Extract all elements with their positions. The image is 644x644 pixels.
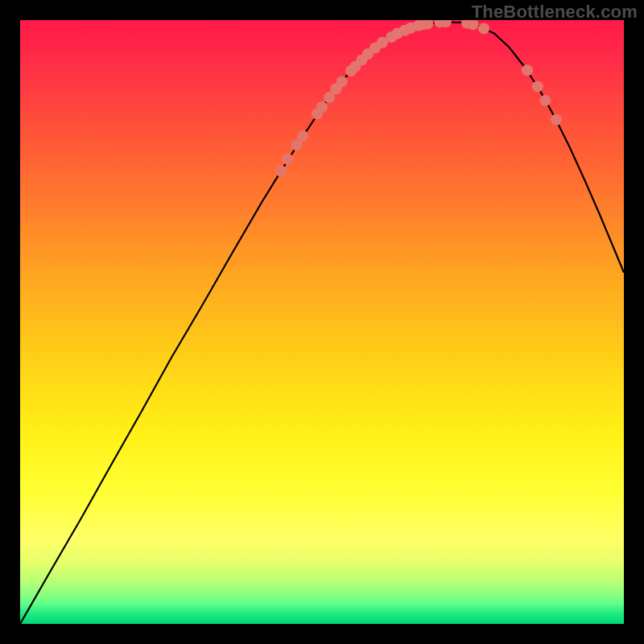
- data-point: [551, 114, 562, 126]
- data-point: [478, 23, 489, 35]
- data-point: [336, 76, 348, 88]
- data-point: [522, 64, 533, 76]
- data-point: [316, 101, 328, 113]
- chart-overlay: [20, 20, 624, 624]
- watermark-text: TheBottleneck.com: [472, 2, 638, 23]
- plot-area: [20, 20, 624, 624]
- data-point: [297, 130, 308, 142]
- data-point: [282, 154, 293, 165]
- data-point: [532, 81, 543, 93]
- data-point: [540, 95, 551, 106]
- chart-frame: TheBottleneck.com: [0, 0, 644, 644]
- data-points: [275, 20, 562, 176]
- data-point: [275, 166, 287, 177]
